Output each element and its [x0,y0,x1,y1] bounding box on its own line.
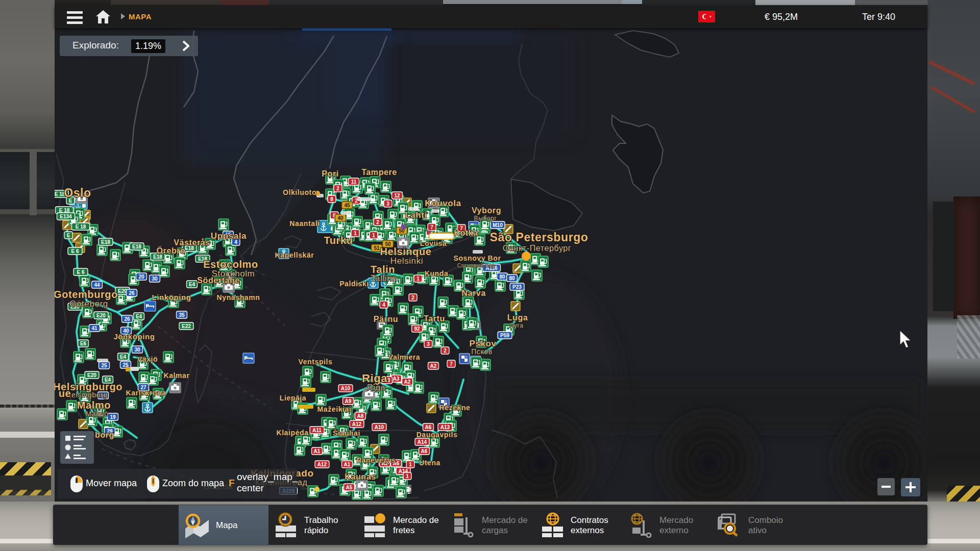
svg-text:A8: A8 [357,413,364,419]
svg-text:Narva: Narva [461,289,485,297]
svg-text:Linköping: Linköping [152,293,191,302]
svg-text:30: 30 [152,276,158,282]
svg-text:Panevėžys: Panevėžys [356,456,396,464]
svg-text:Выборг: Выборг [474,215,497,222]
svg-text:19: 19 [110,414,116,420]
svg-text:P23: P23 [512,284,522,290]
svg-text:1: 1 [372,233,375,238]
svg-text:26: 26 [124,316,130,322]
svg-text:Lahti: Lahti [405,210,427,220]
svg-text:Kapellskär: Kapellskär [275,251,314,259]
svg-text:25: 25 [101,363,107,368]
svg-text:92: 92 [414,326,420,332]
svg-text:Loviisa: Loviisa [420,239,447,247]
svg-text:Сосновый Бор: Сосновый Бор [457,263,496,268]
svg-text:E 6: E 6 [77,269,84,275]
svg-text:E4: E4 [189,282,195,287]
svg-text:Kalmar: Kalmar [163,371,189,380]
svg-text:Södertälje: Södertälje [197,276,239,285]
svg-text:3: 3 [386,201,389,207]
svg-text:E20: E20 [96,313,106,318]
svg-text:Göteborg: Göteborg [69,299,108,309]
svg-text:80: 80 [509,276,515,281]
svg-text:borg: borg [95,431,114,439]
svg-text:E18: E18 [132,244,141,249]
svg-text:Västerås: Västerås [174,238,210,247]
svg-text:Rēzekne: Rēzekne [439,404,470,412]
svg-text:2: 2 [336,186,339,191]
svg-text:Örebro: Örebro [157,246,186,255]
svg-text:2: 2 [376,219,379,225]
svg-text:Olkiluoto: Olkiluoto [283,188,316,196]
svg-text:26: 26 [129,290,135,296]
svg-text:Oslo: Oslo [64,186,91,199]
svg-text:Ventspils: Ventspils [299,358,333,366]
svg-text:A5: A5 [346,485,353,490]
svg-text:Gotemburgo: Gotemburgo [55,289,118,300]
svg-text:A10: A10 [341,386,351,391]
svg-text:Helsinque: Helsinque [380,246,432,257]
svg-text:Nynäshamn: Nynäshamn [217,293,260,302]
svg-text:20: 20 [138,274,144,280]
svg-text:Pärnu: Pärnu [374,315,398,323]
svg-text:Paldiski: Paldiski [339,280,369,288]
svg-text:51: 51 [374,245,380,251]
svg-text:80: 80 [499,274,505,280]
svg-text:Daugavpils: Daugavpils [416,431,458,439]
svg-text:E 18: E 18 [76,224,86,230]
svg-text:E4: E4 [136,314,142,319]
svg-text:2: 2 [444,348,447,354]
svg-text:E: E [67,233,70,238]
svg-text:A10: A10 [375,424,384,430]
svg-text:A14: A14 [418,439,427,445]
svg-text:40: 40 [337,215,344,221]
svg-text:Tallinn: Tallinn [371,273,397,283]
svg-text:Луга: Луга [509,322,523,329]
svg-text:4: 4 [382,302,385,308]
svg-text:Псков: Псков [471,347,493,356]
svg-text:E134: E134 [60,214,72,219]
svg-text:P59: P59 [500,333,509,338]
svg-text:A11: A11 [312,428,322,433]
svg-text:Uppsala: Uppsala [211,231,247,241]
svg-text:11: 11 [351,179,357,185]
svg-text:M10: M10 [493,222,503,228]
svg-text:Tartu: Tartu [424,314,445,323]
svg-text:A2: A2 [430,363,437,369]
svg-text:35: 35 [179,312,185,318]
svg-text:2: 2 [411,295,414,300]
svg-text:Pori: Pori [322,169,339,178]
svg-text:A9: A9 [345,398,352,404]
svg-text:E20: E20 [118,288,127,294]
svg-text:E6: E6 [80,341,87,346]
svg-text:Estocolmo: Estocolmo [203,259,258,270]
svg-text:Turku: Turku [324,235,353,246]
svg-text:Šiauliai: Šiauliai [333,429,360,437]
svg-text:E 6: E 6 [71,248,79,254]
svg-text:Helsingborg: Helsingborg [66,391,107,399]
svg-text:E20: E20 [87,372,96,378]
svg-text:25: 25 [122,362,129,368]
svg-text:Kotka: Kotka [454,229,478,237]
svg-text:Malmo: Malmo [77,399,111,411]
svg-text:1: 1 [416,276,420,282]
svg-text:Klaipėda: Klaipėda [276,429,308,437]
svg-text:A3: A3 [393,376,400,382]
svg-text:São Petersburgo: São Petersburgo [489,231,588,244]
svg-text:A6: A6 [421,448,428,454]
svg-text:1: 1 [409,462,412,467]
svg-text:A12: A12 [352,421,362,427]
svg-text:Санкт-Петербург: Санкт-Петербург [503,244,571,253]
svg-text:44: 44 [94,282,100,288]
svg-text:A6: A6 [425,424,432,430]
svg-text:41: 41 [91,325,97,331]
svg-text:Sosnovy Bor: Sosnovy Bor [454,254,501,262]
svg-text:?: ? [406,486,411,496]
svg-text:E18: E18 [101,239,110,245]
svg-text:7: 7 [430,224,433,230]
svg-text:Liepāja: Liepāja [280,394,306,402]
svg-text:E4: E4 [120,354,127,360]
svg-text:12: 12 [394,193,400,198]
svg-text:8: 8 [330,196,333,202]
svg-text:Helsinki: Helsinki [390,256,423,266]
